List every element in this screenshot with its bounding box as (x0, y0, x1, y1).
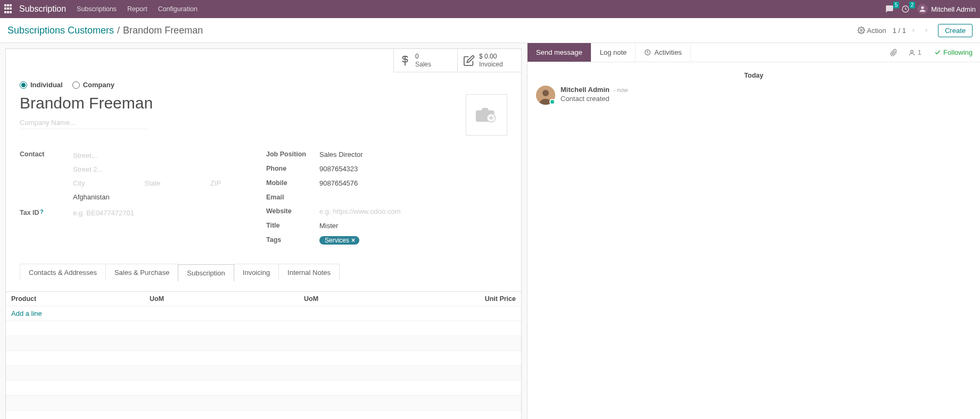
paperclip-icon (890, 49, 897, 56)
state-input[interactable]: State (144, 178, 201, 189)
gear-icon (858, 27, 865, 34)
label-contact: Contact (20, 150, 73, 203)
clock-icon (644, 49, 651, 56)
radio-individual[interactable]: Individual (20, 81, 63, 89)
website-input[interactable]: e.g. https://www.odoo.com (319, 207, 507, 215)
followers-button[interactable]: 1 (903, 48, 927, 56)
mobile-input[interactable]: 9087654576 (319, 179, 507, 187)
phone-input[interactable]: 9087654323 (319, 165, 507, 173)
stat-invoiced-value: $ 0.00 (479, 53, 503, 60)
dollar-icon (399, 55, 411, 66)
tab-sales-purchase[interactable]: Sales & Purchase (105, 264, 178, 281)
discuss-icon[interactable]: 5 (885, 5, 894, 13)
action-dropdown[interactable]: Action (858, 27, 886, 35)
svg-point-5 (911, 50, 913, 53)
tabs-row: Contacts & Addresses Sales & Purchase Su… (20, 264, 507, 281)
label-title: Title (266, 222, 319, 230)
label-website: Website (266, 207, 319, 215)
zip-input[interactable]: ZIP (210, 178, 261, 189)
tab-contacts[interactable]: Contacts & Addresses (20, 264, 106, 281)
send-message-button[interactable]: Send message (528, 43, 591, 62)
tag-remove-icon[interactable]: × (351, 237, 355, 244)
image-upload[interactable] (466, 94, 507, 136)
apps-icon[interactable] (4, 4, 14, 14)
record-name[interactable]: Brandom Freeman (20, 94, 455, 112)
create-button[interactable]: Create (938, 24, 973, 37)
country-input[interactable]: Afghanistan (73, 192, 261, 203)
svg-point-1 (921, 6, 924, 9)
email-input[interactable] (319, 194, 507, 201)
svg-point-2 (860, 29, 862, 31)
message-time: - now (614, 87, 628, 93)
username-label: Mitchell Admin (931, 5, 976, 13)
stat-sales[interactable]: 0 Sales (393, 49, 457, 72)
label-mobile: Mobile (266, 179, 319, 187)
stat-invoiced[interactable]: $ 0.00 Invoiced (457, 49, 521, 72)
following-button[interactable]: Following (927, 48, 980, 56)
activities-button[interactable]: Activities (636, 43, 690, 62)
radio-dot-icon (20, 81, 27, 89)
tab-internal-notes[interactable]: Internal Notes (278, 264, 340, 281)
nav-link-configuration[interactable]: Configuration (158, 5, 197, 13)
online-status-icon (549, 99, 555, 105)
stat-invoiced-label: Invoiced (479, 61, 503, 68)
tax-id-input[interactable]: e.g. BE0477472701 (73, 209, 261, 217)
label-tags: Tags (266, 236, 319, 245)
tab-panel: Product UoM UoM Unit Price Add a line (6, 291, 521, 419)
help-icon[interactable]: ? (40, 209, 44, 215)
chevron-right-icon (924, 28, 929, 33)
street2-input[interactable]: Street 2... (73, 164, 261, 175)
city-input[interactable]: City (73, 178, 135, 189)
job-input[interactable]: Sales Director (319, 150, 507, 158)
user-menu[interactable]: Mitchell Admin (917, 4, 976, 14)
title-input[interactable]: Mister (319, 222, 507, 230)
user-icon (908, 49, 916, 56)
label-email: Email (266, 194, 319, 201)
empty-row (6, 366, 521, 381)
avatar (917, 4, 928, 14)
activity-badge: 2 (909, 2, 916, 9)
tab-subscription[interactable]: Subscription (178, 264, 234, 281)
nav-link-subscriptions[interactable]: Subscriptions (77, 5, 117, 13)
discuss-badge: 5 (893, 2, 900, 9)
col-product: Product (11, 295, 150, 303)
radio-company[interactable]: Company (72, 81, 114, 89)
tags-input[interactable]: Services × (319, 236, 507, 245)
empty-row (6, 410, 521, 419)
log-note-button[interactable]: Log note (591, 43, 636, 62)
form-sheet: 0 Sales $ 0.00 Invoiced (5, 48, 522, 419)
breadcrumb-link[interactable]: Subscriptions Customers (7, 25, 114, 36)
pencil-square-icon (463, 55, 475, 66)
label-tax-id: Tax ID? (20, 209, 73, 217)
nav-link-report[interactable]: Report (127, 5, 147, 13)
empty-row (6, 381, 521, 396)
tag-chip: Services × (319, 236, 359, 245)
empty-row (6, 396, 521, 410)
breadcrumb-current: Brandom Freeman (123, 25, 203, 36)
check-icon (934, 49, 941, 56)
street-input[interactable]: Street... (73, 150, 261, 161)
day-separator: Today (536, 72, 971, 79)
pager: 1 / 1 (893, 23, 932, 37)
tab-invoicing[interactable]: Invoicing (234, 264, 279, 281)
camera-plus-icon (474, 105, 499, 124)
company-name-input[interactable]: Company Name... (20, 116, 147, 129)
col-unit-price: Unit Price (468, 295, 516, 303)
add-line-link[interactable]: Add a line (6, 306, 521, 321)
pager-next[interactable] (921, 23, 932, 37)
label-job: Job Position (266, 150, 319, 158)
pager-prev[interactable] (908, 23, 919, 37)
stat-sales-label: Sales (415, 61, 431, 68)
message-author[interactable]: Mitchell Admin (561, 86, 610, 94)
empty-row (6, 321, 521, 336)
chevron-left-icon (911, 28, 916, 33)
activity-clock-icon[interactable]: 2 (901, 5, 910, 13)
label-phone: Phone (266, 165, 319, 173)
empty-row (6, 351, 521, 366)
top-navbar: Subscription Subscriptions Report Config… (0, 0, 980, 18)
app-brand[interactable]: Subscription (19, 4, 66, 14)
message-content: Contact created (561, 95, 628, 103)
attachment-button[interactable] (885, 49, 903, 56)
col-uom1: UoM (150, 295, 304, 303)
chatter: Send message Log note Activities 1 Follo… (527, 43, 980, 419)
